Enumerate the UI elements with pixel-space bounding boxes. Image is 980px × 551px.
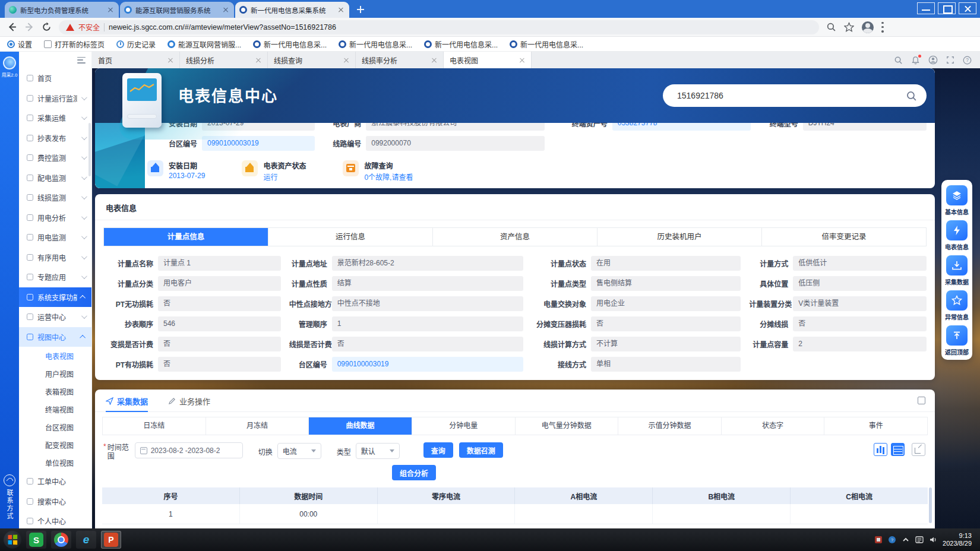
taskbar-chrome[interactable] [51, 531, 71, 549]
sidebar-item-system-support[interactable]: 系统支撑功能 [19, 287, 91, 308]
search-icon[interactable] [906, 90, 917, 102]
close-button[interactable] [959, 2, 976, 14]
sidebar-item-collection-ops[interactable]: 采集运维 [19, 108, 91, 128]
close-icon[interactable] [167, 57, 173, 63]
tab-running-info[interactable]: 运行信息 [268, 228, 433, 246]
query-button[interactable]: 查询 [423, 442, 453, 458]
search-icon[interactable] [894, 56, 903, 65]
table-view-icon[interactable] [891, 443, 905, 456]
sidebar-item-usage-monitor[interactable]: 用电监测 [19, 227, 91, 248]
tab-metering-point-info[interactable]: 计量点信息 [104, 228, 268, 246]
chart-view-icon[interactable] [874, 443, 887, 456]
bookmark-marketing[interactable]: 能源互联网营销服... [167, 39, 241, 49]
asset-search-box[interactable] [663, 84, 927, 107]
tab-ratio-change-log[interactable]: 倍率变更记录 [762, 228, 926, 246]
subtab-electrical-minute-data[interactable]: 电气量分钟数据 [516, 417, 619, 435]
tab-collection-data[interactable]: 采集数据 [106, 395, 148, 407]
sidebar-item-search-center[interactable]: 搜索中心 [19, 492, 91, 512]
quicknav-basic-info[interactable]: 基本信息 [943, 185, 970, 216]
sidebar-item-fee-monitor[interactable]: 费控监测 [19, 148, 91, 168]
taskbar-ie[interactable]: e [76, 531, 96, 549]
sidebar-item-personal-center[interactable]: 个人中心 [19, 511, 91, 528]
bookmark-history[interactable]: 历史记录 [116, 39, 156, 49]
profile-avatar[interactable] [862, 21, 874, 33]
forward-icon[interactable] [24, 22, 34, 32]
tray-show-hidden-icon[interactable] [902, 536, 910, 544]
table-row[interactable]: 1 00:00 [102, 504, 928, 524]
zoom-icon[interactable] [826, 22, 836, 32]
type-select[interactable]: 默认 [356, 443, 400, 459]
sidebar-subitem-user-view[interactable]: 用户视图 [19, 365, 91, 382]
table-scrollbar[interactable] [929, 487, 932, 523]
app-tab-meter-view[interactable]: 电表视图 [444, 52, 532, 68]
sidebar-item-workorder-center[interactable]: 工单中心 [19, 471, 91, 492]
switch-select[interactable]: 电流 [277, 443, 321, 459]
notification-bell-icon[interactable] [911, 56, 920, 65]
quicknav-back-to-top[interactable]: 返回顶部 [943, 325, 970, 356]
taskbar-clock[interactable]: 9:13 2023/8/29 [943, 532, 972, 547]
subtab-curve-data[interactable]: 曲线数据 [309, 417, 412, 435]
contact-widget[interactable]: 联系方式 [0, 474, 19, 520]
sidebar-subitem-meterbox-view[interactable]: 表箱视图 [19, 382, 91, 400]
sidebar-item-home[interactable]: 首页 [19, 68, 91, 88]
badge-value-link[interactable]: 运行 [263, 172, 306, 182]
bookmark-eic-4[interactable]: 新一代用电信息采... [510, 39, 583, 49]
asset-search-input[interactable] [677, 91, 906, 100]
url-bar[interactable]: 不安全 neweic.js.sgcc.com.cn/#/amteview/met… [59, 20, 819, 34]
sidebar-item-usage-analysis[interactable]: 用电分析 [19, 208, 91, 228]
reload-icon[interactable] [42, 22, 52, 32]
browser-menu-icon[interactable] [881, 22, 884, 33]
quicknav-exception-info[interactable]: 异常信息 [943, 290, 970, 321]
badge-value-link[interactable]: 0个故障,请查看 [364, 172, 413, 182]
taskbar-wps[interactable]: S [26, 531, 46, 549]
subtab-daily-freeze[interactable]: 日冻结 [103, 417, 206, 435]
browser-tab-1[interactable]: 新型电力负荷管理系统 [5, 2, 119, 18]
bookmark-eic-2[interactable]: 新一代用电信息采... [339, 39, 412, 49]
maximize-button[interactable] [938, 2, 956, 14]
fullscreen-icon[interactable] [946, 56, 954, 64]
tab-asset-info[interactable]: 资产信息 [433, 228, 598, 246]
help-icon[interactable]: ? [963, 56, 972, 65]
subtab-events[interactable]: 事件 [824, 417, 927, 435]
close-icon[interactable] [255, 57, 261, 63]
tray-ime-icon[interactable] [915, 536, 924, 544]
subtab-minute-energy[interactable]: 分钟电量 [412, 417, 516, 435]
combo-analysis-button[interactable]: 组合分析 [392, 465, 436, 480]
sidebar-item-special-apps[interactable]: 专题应用 [19, 267, 91, 287]
quicknav-meter-info[interactable]: 电表信息 [943, 220, 970, 251]
tray-volume-icon[interactable] [929, 536, 937, 544]
tray-app-icon[interactable] [874, 536, 883, 544]
start-button[interactable] [4, 531, 21, 549]
tab-history-users[interactable]: 历史装机用户 [598, 228, 762, 246]
sidebar-item-operation-center[interactable]: 运营中心 [19, 307, 91, 327]
app-tab-lineloss-rate[interactable]: 线损率分析 [356, 52, 444, 68]
date-range-picker[interactable]: 2023-08-2 -2023-08-2 [135, 442, 243, 458]
tray-help-icon[interactable]: ? [888, 536, 896, 544]
subtab-monthly-freeze[interactable]: 月冻结 [206, 417, 309, 435]
new-tab-button[interactable] [353, 2, 368, 17]
minimize-button[interactable] [917, 2, 935, 14]
app-tab-lineloss-query[interactable]: 线损查询 [268, 52, 356, 68]
tab-business-operations[interactable]: 业务操作 [168, 395, 210, 407]
user-icon[interactable] [928, 55, 938, 65]
data-recall-button[interactable]: 数据召测 [459, 442, 503, 458]
close-icon[interactable] [343, 57, 349, 63]
sidebar-item-view-center[interactable]: 视图中心 [19, 327, 91, 347]
sidebar-subitem-transformer-view[interactable]: 配变视图 [19, 436, 91, 454]
sidebar-item-lineloss-monitor[interactable]: 线损监测 [19, 188, 91, 208]
subtab-status-word[interactable]: 状态字 [722, 417, 825, 435]
quicknav-collection-data[interactable]: 采集数据 [943, 255, 970, 286]
badge-value-link[interactable]: 2013-07-29 [169, 172, 205, 180]
back-icon[interactable] [7, 22, 17, 32]
taskbar-powerpoint[interactable]: P [101, 531, 121, 549]
export-icon[interactable] [912, 443, 925, 456]
tab-close-icon[interactable] [222, 6, 230, 14]
subtab-reading-minute-data[interactable]: 示值分钟数据 [618, 417, 722, 435]
browser-tab-3-active[interactable]: 新一代用电信息采集系统 [235, 2, 349, 18]
sidebar-scrollbar[interactable] [88, 123, 91, 176]
tab-close-icon[interactable] [106, 6, 115, 14]
app-tab-home[interactable]: 首页 [92, 52, 180, 68]
browser-tab-2[interactable]: 能源互联网营销服务系统 [120, 2, 234, 18]
sidebar-subitem-terminal-view[interactable]: 终端视图 [19, 400, 91, 418]
bookmark-settings[interactable]: 设置 [7, 39, 32, 49]
